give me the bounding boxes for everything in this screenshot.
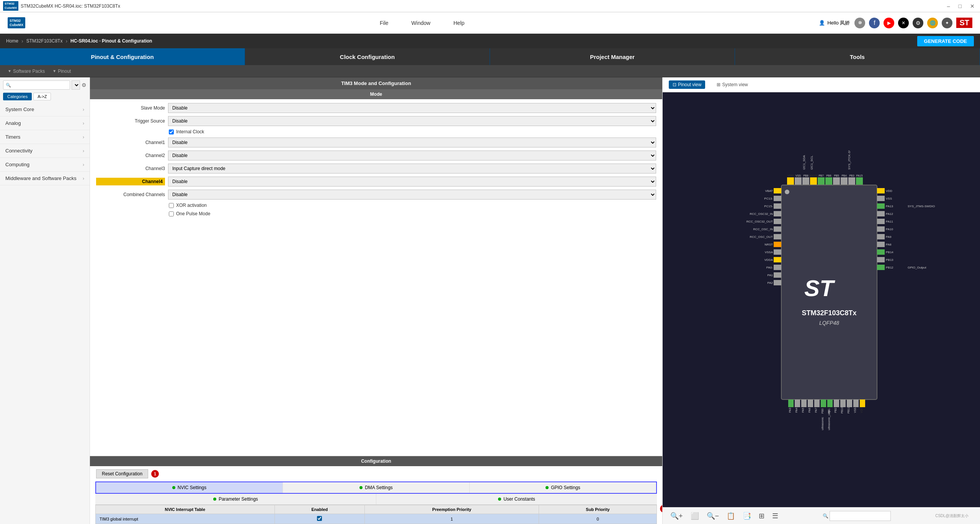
pin-label-pb12: PB12 bbox=[886, 266, 893, 269]
sidebar-item-timers[interactable]: Timers › bbox=[0, 130, 90, 144]
pin-vdd-top bbox=[787, 177, 794, 185]
icon-world[interactable]: 🌐 bbox=[927, 18, 938, 28]
grid-icon[interactable]: ⊞ bbox=[759, 512, 764, 520]
sidebar-item-analog[interactable]: Analog › bbox=[0, 116, 90, 130]
pin-pb10 bbox=[840, 400, 846, 407]
pin-label-pa0: PA0- bbox=[766, 266, 773, 269]
fit-icon[interactable]: ⬜ bbox=[691, 512, 699, 520]
trigger-source-select[interactable]: Disable bbox=[168, 116, 656, 126]
icon-twitter[interactable]: ✕ bbox=[898, 18, 909, 28]
nvic-col-preemption: Preemption Priority bbox=[365, 505, 539, 514]
maximize-btn[interactable]: □ bbox=[956, 2, 964, 10]
pin-label-pa3: PA3 bbox=[789, 408, 791, 413]
chip-view: I2C1_SDA I2C1_SCL SYS_JTCK-SWCLK VDD VSS… bbox=[663, 92, 980, 507]
channel4-select[interactable]: Disable bbox=[168, 177, 656, 187]
tab-az[interactable]: A->Z bbox=[33, 93, 51, 100]
breadcrumb-home[interactable]: Home bbox=[6, 38, 18, 44]
titlebar-controls: – □ ✕ bbox=[945, 2, 977, 10]
nav-window[interactable]: Window bbox=[412, 20, 431, 26]
chevron-right-icon: › bbox=[83, 176, 84, 181]
sub-tab-pinout[interactable]: ▼ Pinout bbox=[52, 69, 71, 74]
combined-channels-select[interactable]: Disable bbox=[168, 190, 656, 200]
pin-annotation-pa13: SYS_JTMS-SWDIO bbox=[908, 205, 935, 208]
reset-configuration-button[interactable]: Reset Configuration bbox=[96, 469, 148, 478]
pin-label-pa11: PA11 bbox=[886, 220, 893, 223]
minimize-btn[interactable]: – bbox=[945, 2, 952, 10]
tab-gpio-settings[interactable]: GPIO Settings bbox=[470, 482, 656, 493]
close-btn[interactable]: ✕ bbox=[968, 2, 977, 10]
main-tab-bar: Pinout & Configuration Clock Configurati… bbox=[0, 48, 980, 65]
pin-label-pa8: PA8 bbox=[886, 243, 892, 246]
pin-label-vssa: VSSA bbox=[764, 251, 773, 254]
zoom-in-icon[interactable]: 🔍+ bbox=[670, 512, 683, 520]
pin-label-rcc-osc32-in: RCC_OSC32_IN bbox=[750, 212, 773, 216]
nvic-enabled-checkbox[interactable] bbox=[317, 516, 322, 521]
tab-tools[interactable]: Tools bbox=[735, 48, 980, 65]
nav-help[interactable]: Help bbox=[453, 20, 464, 26]
breadcrumb: Home › STM32F103C8Tx › HC-SR04.ioc · Pin… bbox=[0, 34, 980, 48]
tab-system-view[interactable]: ⊞ System view bbox=[713, 80, 751, 89]
internal-clock-checkbox[interactable] bbox=[169, 129, 174, 134]
sidebar-item-computing[interactable]: Computing › bbox=[0, 158, 90, 172]
pin-rcc-osc32-out bbox=[774, 219, 781, 224]
tab-nvic-settings[interactable]: NVIC Settings bbox=[96, 482, 283, 493]
icon-youtube[interactable]: ▶ bbox=[884, 18, 894, 28]
slave-mode-label: Slave Mode bbox=[96, 105, 165, 111]
watermark-label: CSDL@清顏辉太小 bbox=[935, 513, 972, 519]
settings-tab-row-1: NVIC Settings DMA Settings GPIO Settings bbox=[95, 481, 657, 494]
channel3-select[interactable]: Input Capture direct mode bbox=[168, 164, 656, 174]
channel1-select[interactable]: Disable bbox=[168, 138, 656, 147]
pin-label-pa5: PA5 bbox=[802, 408, 804, 413]
slave-mode-select[interactable]: Disable bbox=[168, 103, 656, 113]
pin1-indicator bbox=[785, 190, 789, 194]
pin-nrst bbox=[774, 242, 781, 247]
channel2-select[interactable]: Disable bbox=[168, 151, 656, 160]
tab-project[interactable]: Project Manager bbox=[490, 48, 735, 65]
sidebar-item-connectivity[interactable]: Connectivity › bbox=[0, 144, 90, 158]
icon-github[interactable]: ⚙ bbox=[913, 18, 923, 28]
channel2-label: Channel2 bbox=[96, 153, 165, 158]
tab-pinout-view[interactable]: ⊡ Pinout view bbox=[669, 80, 705, 89]
chip-search-input[interactable] bbox=[830, 511, 891, 521]
chevron-right-icon: › bbox=[83, 107, 84, 112]
sidebar-item-middleware[interactable]: Middleware and Software Packs › bbox=[0, 172, 90, 185]
list-icon[interactable]: ☰ bbox=[772, 512, 778, 520]
one-pulse-checkbox[interactable] bbox=[169, 211, 174, 216]
breadcrumb-file[interactable]: HC-SR04.ioc · Pinout & Configuration bbox=[70, 38, 152, 44]
xor-checkbox[interactable] bbox=[169, 203, 174, 208]
icon-st[interactable]: ST bbox=[956, 18, 972, 28]
pin-label-vss-top: VSS bbox=[795, 174, 800, 177]
gear-icon[interactable]: ⚙ bbox=[82, 82, 87, 88]
chip-diagram: I2C1_SDA I2C1_SCL SYS_JTCK-SWCLK VDD VSS… bbox=[678, 151, 965, 449]
tab-parameter-settings[interactable]: Parameter Settings bbox=[95, 494, 376, 504]
export-icon[interactable]: 📑 bbox=[743, 512, 751, 520]
generate-code-button[interactable]: GENERATE CODE bbox=[917, 36, 974, 46]
breadcrumb-device[interactable]: STM32F103C8Tx bbox=[26, 38, 63, 44]
header-logo: STM32CubeMX bbox=[8, 17, 25, 29]
zoom-out-icon[interactable]: 🔍− bbox=[707, 512, 719, 520]
pin-pb11 bbox=[847, 400, 852, 407]
nav-file[interactable]: File bbox=[380, 20, 389, 26]
sidebar-item-system-core[interactable]: System Core › bbox=[0, 103, 90, 116]
screenshot-icon[interactable]: 📋 bbox=[727, 512, 735, 520]
nvic-dot bbox=[172, 486, 175, 489]
tab-dma-settings[interactable]: DMA Settings bbox=[283, 482, 470, 493]
tab-pinout[interactable]: Pinout & Configuration bbox=[0, 48, 245, 65]
search-scope-select[interactable] bbox=[72, 80, 80, 90]
tab-clock[interactable]: Clock Configuration bbox=[245, 48, 490, 65]
chip-search-area: 🔍 bbox=[823, 511, 891, 521]
icon-facebook[interactable]: f bbox=[869, 18, 880, 28]
tab-categories[interactable]: Categories bbox=[3, 93, 32, 100]
chevron-right-icon: › bbox=[83, 121, 84, 126]
icon-connect[interactable]: ✦ bbox=[942, 18, 952, 28]
slave-mode-row: Slave Mode Disable bbox=[96, 103, 656, 113]
sub-tab-software-packs[interactable]: ▼ ▼ Software Packs Software Packs bbox=[8, 69, 45, 74]
pin-label-nrst: NRST bbox=[764, 243, 773, 246]
table-row[interactable]: TIM3 global interrupt 1 0 bbox=[96, 514, 657, 524]
tab-user-constants[interactable]: User Constants bbox=[376, 494, 657, 504]
search-input[interactable] bbox=[3, 80, 70, 90]
pin-label-pa7: PA7 bbox=[815, 408, 817, 413]
icon-settings[interactable]: ⑩ bbox=[854, 18, 865, 28]
pin-vssa bbox=[774, 249, 781, 255]
pin-vdd-right bbox=[877, 188, 885, 193]
